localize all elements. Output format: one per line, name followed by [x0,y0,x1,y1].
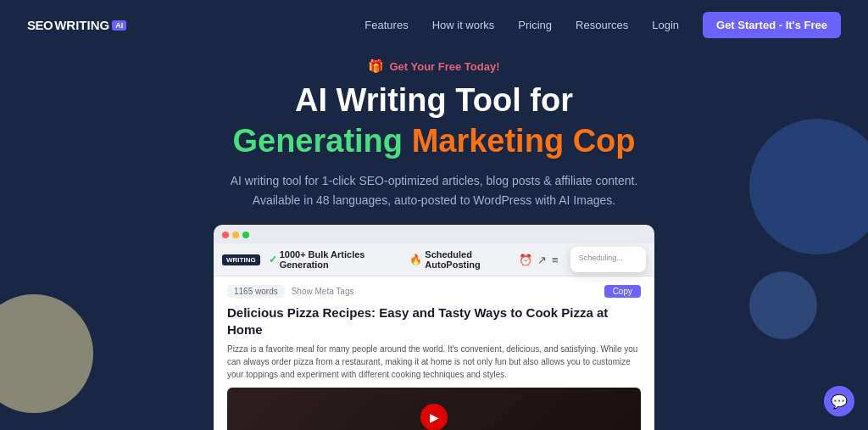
hero-headline-2: Generating Marketing Cop [232,123,635,160]
hero-headline-1: AI Writing Tool for [295,82,573,120]
nav-login[interactable]: Login [652,19,679,31]
logo-seo: SEO [27,18,53,32]
nav-links: Features How it works Pricing Resources … [364,12,841,38]
scheduling-panel: Scheduling... [570,247,646,272]
copy-button[interactable]: Copy [604,285,641,298]
hero-headline-green: Generating [232,123,403,159]
browser-chrome [214,225,654,243]
dot-yellow [232,232,239,238]
logo-ai: AI [112,20,126,31]
show-meta[interactable]: Show Meta Tags [292,287,354,296]
toolbar-action-2[interactable]: ↗ [537,254,547,266]
nav-pricing[interactable]: Pricing [518,19,552,31]
chat-icon: 💬 [831,394,848,410]
separator [402,254,404,265]
hero-subtitle: AI writing tool for 1-click SEO-optimize… [205,171,663,209]
browser-dots [222,232,249,238]
feature-schedule-text: Scheduled AutoPosting [425,249,514,270]
feature-bulk: ✓ 1000+ Bulk Articles Generation [269,249,398,270]
toolbar-action-1[interactable]: ⏰ [519,254,532,266]
nav-resources[interactable]: Resources [576,19,628,31]
hero-badge: 🎁 Get Your Free Today! [368,59,499,74]
feature-bulk-text: 1000+ Bulk Articles Generation [280,249,398,270]
fire-icon: 🔥 [409,254,422,265]
nav-how-it-works[interactable]: How it works [432,19,495,31]
panel-title: Scheduling... [579,254,637,262]
article-body: Pizza is a favorite meal for many people… [227,343,641,381]
nav-features[interactable]: Features [364,19,408,31]
browser-mockup: WRITING ✓ 1000+ Bulk Articles Generation… [214,225,654,430]
feature-schedule: 🔥 Scheduled AutoPosting [409,249,514,270]
hero-headline-orange: Marketing Cop [412,123,636,159]
toolbar-action-3[interactable]: ≡ [552,254,559,266]
logo-writing: WRITING [54,18,109,32]
word-count-badge: 1165 words [227,285,285,298]
browser-content: 1165 words Show Meta Tags Copy Delicious… [214,276,654,430]
logo[interactable]: SEO WRITING AI [27,18,126,32]
navbar: SEO WRITING AI Features How it works Pri… [0,0,868,50]
video-thumbnail[interactable]: ▶ [227,388,641,430]
word-count-bar: 1165 words Show Meta Tags Copy [227,285,641,298]
nav-cta-button[interactable]: Get Started - It's Free [703,12,841,38]
toolbar-logo: WRITING [222,254,260,265]
deco-circle-left [0,294,93,413]
chat-bubble-button[interactable]: 💬 [824,386,854,416]
dot-red [222,232,229,238]
article-title: Delicious Pizza Recipes: Easy and Tasty … [227,304,641,338]
check-icon: ✓ [269,254,277,265]
badge-text: Get Your Free Today! [389,60,499,73]
browser-toolbar: WRITING ✓ 1000+ Bulk Articles Generation… [214,243,654,276]
dot-green [242,232,249,238]
badge-icon: 🎁 [368,59,384,74]
play-button[interactable]: ▶ [420,404,448,430]
